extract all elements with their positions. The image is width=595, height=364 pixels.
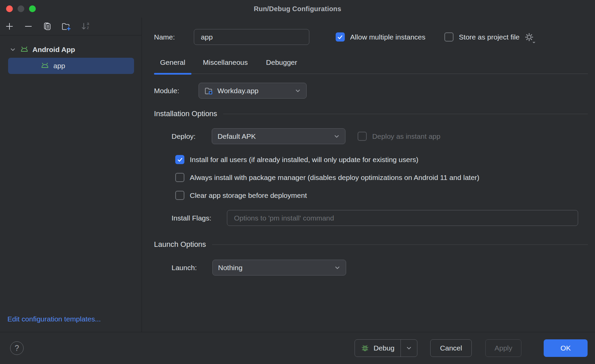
launch-value: Nothing xyxy=(218,264,242,272)
checkbox-checked-icon[interactable] xyxy=(336,32,345,42)
tree-group-label: Android App xyxy=(32,46,75,54)
zoom-window-icon[interactable] xyxy=(29,5,36,12)
debug-button-label: Debug xyxy=(373,344,394,352)
install-for-all-users-checkbox[interactable]: Install for all users (if already instal… xyxy=(175,155,595,164)
store-as-project-file-checkbox[interactable]: Store as project file xyxy=(444,32,535,43)
dialog-footer: ? Debug Cancel Apply OK xyxy=(0,332,595,364)
module-row: Module: Workday.app xyxy=(154,83,595,99)
checkbox-unchecked-icon[interactable] xyxy=(444,32,454,42)
deploy-dropdown[interactable]: Default APK xyxy=(212,128,345,144)
copy-configuration-icon[interactable] xyxy=(43,22,52,31)
tree-group-android-app[interactable]: Android App xyxy=(0,42,141,57)
apply-button: Apply xyxy=(485,339,521,357)
bug-icon xyxy=(361,344,369,352)
always-install-package-manager-label: Always install with package manager (dis… xyxy=(190,174,480,182)
android-icon xyxy=(20,46,29,53)
remove-configuration-icon[interactable] xyxy=(24,22,33,31)
traffic-lights xyxy=(6,5,36,12)
help-icon[interactable]: ? xyxy=(10,341,24,355)
launch-label: Launch: xyxy=(172,264,197,272)
tree-item-app[interactable]: app xyxy=(8,58,134,74)
checkbox-checked-icon[interactable] xyxy=(175,155,184,164)
cancel-button[interactable]: Cancel xyxy=(430,339,472,357)
debug-options-chevron[interactable] xyxy=(401,345,417,351)
store-as-project-file-label: Store as project file xyxy=(459,33,520,41)
configuration-tabs: General Miscellaneous Debugger xyxy=(154,54,588,74)
configuration-editor: Name: Allow multiple instances Store as … xyxy=(142,18,595,332)
launch-row: Launch: Nothing xyxy=(172,260,595,276)
minimize-window-icon xyxy=(18,5,24,12)
ok-button[interactable]: OK xyxy=(544,339,588,357)
tab-general[interactable]: General xyxy=(154,54,191,74)
deploy-row: Deploy: Default APK Deploy as instant ap… xyxy=(172,128,595,144)
close-window-icon[interactable] xyxy=(6,5,13,12)
installation-options-section: Installation Options xyxy=(154,109,588,118)
launch-options-section: Launch Options xyxy=(154,240,588,249)
dialog-title: Run/Debug Configurations xyxy=(254,5,341,13)
checkbox-unchecked-icon[interactable] xyxy=(175,191,184,200)
store-settings-gear-icon[interactable] xyxy=(524,32,535,43)
tab-miscellaneous[interactable]: Miscellaneous xyxy=(197,54,254,74)
install-flags-label: Install Flags: xyxy=(172,214,211,222)
name-label: Name: xyxy=(154,33,175,41)
add-configuration-icon[interactable] xyxy=(5,22,14,31)
chevron-down-icon xyxy=(9,46,16,53)
install-for-all-users-label: Install for all users (if already instal… xyxy=(190,156,418,164)
chevron-down-icon xyxy=(406,345,412,351)
launch-dropdown[interactable]: Nothing xyxy=(212,260,346,276)
installation-options-title: Installation Options xyxy=(154,109,217,118)
configuration-tree: Android App app xyxy=(0,35,141,315)
allow-multiple-instances-label: Allow multiple instances xyxy=(350,33,425,41)
chevron-down-icon xyxy=(334,265,340,271)
clear-app-storage-label: Clear app storage before deployment xyxy=(190,191,307,200)
module-dropdown[interactable]: Workday.app xyxy=(199,83,307,99)
chevron-down-icon xyxy=(334,133,340,139)
deploy-as-instant-app-label: Deploy as instant app xyxy=(372,132,440,140)
tab-debugger[interactable]: Debugger xyxy=(260,54,303,74)
always-install-package-manager-checkbox[interactable]: Always install with package manager (dis… xyxy=(175,173,595,182)
configurations-sidebar: a z Android App app xyxy=(0,18,142,332)
sidebar-toolbar: a z xyxy=(0,18,141,35)
sort-letter-z: z xyxy=(87,26,89,30)
module-value: Workday.app xyxy=(217,87,259,95)
deploy-value: Default APK xyxy=(217,132,256,140)
checkbox-disabled-icon xyxy=(358,132,367,141)
new-folder-icon[interactable] xyxy=(61,22,71,31)
section-divider xyxy=(212,244,588,245)
gear-dropdown-indicator xyxy=(531,39,535,43)
name-input[interactable] xyxy=(194,29,309,45)
install-flags-input[interactable] xyxy=(227,210,578,226)
android-icon xyxy=(41,62,49,70)
module-icon xyxy=(204,87,213,95)
help-glyph: ? xyxy=(15,344,19,353)
title-bar: Run/Debug Configurations xyxy=(0,0,595,18)
debug-button[interactable]: Debug xyxy=(355,339,417,357)
launch-options-title: Launch Options xyxy=(154,240,206,249)
chevron-down-icon xyxy=(295,88,301,94)
section-divider xyxy=(223,114,588,114)
deploy-label: Deploy: xyxy=(172,132,196,140)
edit-configuration-templates-link[interactable]: Edit configuration templates... xyxy=(0,315,141,332)
clear-app-storage-checkbox[interactable]: Clear app storage before deployment xyxy=(175,191,595,200)
tree-item-label: app xyxy=(53,62,65,70)
allow-multiple-instances-checkbox[interactable]: Allow multiple instances xyxy=(336,32,425,42)
name-row: Name: Allow multiple instances Store as … xyxy=(154,29,595,45)
deploy-as-instant-app-checkbox: Deploy as instant app xyxy=(358,132,440,141)
checkbox-unchecked-icon[interactable] xyxy=(175,173,184,182)
install-flags-row: Install Flags: xyxy=(172,210,578,226)
module-label: Module: xyxy=(154,87,179,95)
sort-alphabetically-icon: a z xyxy=(80,22,90,31)
